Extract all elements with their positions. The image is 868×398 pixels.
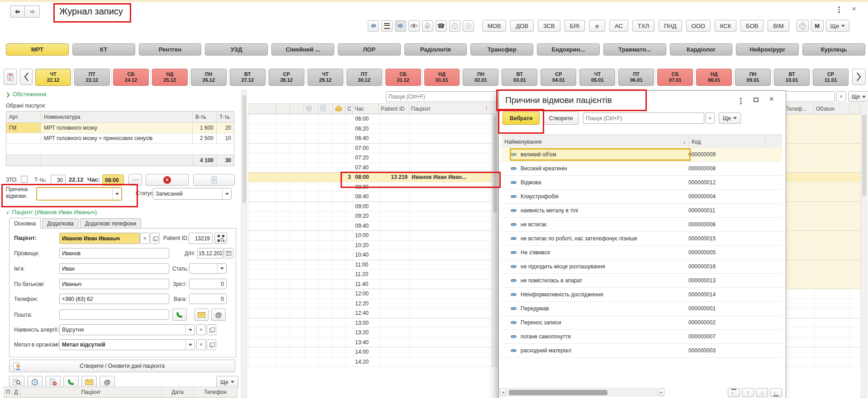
- sms-patient-button[interactable]: [81, 376, 97, 388]
- reason-row[interactable]: великий об'єм000000009: [502, 148, 782, 162]
- refusal-reason-combo[interactable]: [36, 187, 122, 201]
- patient-tab-Додаткові телефони[interactable]: Додаткові телефони: [80, 218, 141, 229]
- reason-row[interactable]: Перенос записи000000002: [502, 316, 782, 330]
- schedule-col-time[interactable]: Час: [353, 104, 379, 114]
- day-22.12[interactable]: ЧТ22.12: [35, 69, 71, 86]
- reason-row[interactable]: погане самопочуття000000007: [502, 330, 782, 344]
- day-30.12[interactable]: ПТ30.12: [346, 69, 382, 86]
- scrollbar-thumb[interactable]: [862, 115, 866, 196]
- document-column-icon[interactable]: [318, 104, 333, 114]
- toolbar-button-ЗСВ[interactable]: ЗСВ: [538, 20, 560, 32]
- reason-row[interactable]: не встигає000000006: [502, 218, 782, 232]
- toolbar-button-е[interactable]: е: [589, 20, 605, 32]
- dialog-hscrollbar[interactable]: [507, 388, 657, 396]
- reason-row[interactable]: наявність металу в тілі000000011: [502, 204, 782, 218]
- reason-row[interactable]: Високий креатинін000000008: [502, 162, 782, 176]
- metal-combo[interactable]: Метал відсутній: [59, 339, 195, 350]
- dialog-hscroll-right-button[interactable]: ▸: [658, 388, 664, 396]
- schedule-inner-scrollbar[interactable]: [492, 114, 498, 367]
- status-combo[interactable]: Записаний: [153, 188, 232, 200]
- toolbar-record-button[interactable]: [463, 20, 474, 32]
- tab-Рентген[interactable]: Рентген: [139, 43, 202, 56]
- refusal-dropdown-button[interactable]: [112, 188, 121, 200]
- metal-clear-button[interactable]: ×: [196, 339, 206, 350]
- toolbar-more-button[interactable]: Ще: [826, 20, 849, 32]
- day-27.12[interactable]: ВТ27.12: [230, 69, 266, 86]
- schedule-sort-icon[interactable]: ↑: [485, 105, 488, 112]
- tab-Ендокрин...[interactable]: Ендокрин...: [537, 43, 600, 56]
- announce-button[interactable]: [128, 174, 142, 186]
- email-input[interactable]: [59, 309, 169, 320]
- dialog-search-input[interactable]: [583, 112, 704, 124]
- tab-Радіологія[interactable]: Радіологія: [404, 43, 467, 56]
- toolbar-list-button[interactable]: [381, 20, 393, 32]
- reason-row[interactable]: Передумав000000001: [502, 302, 782, 316]
- reason-row[interactable]: не підходить місце розташування000000016: [502, 260, 782, 274]
- dialog-maximize-icon[interactable]: [754, 98, 759, 102]
- toolbar-button-БЯІ[interactable]: БЯІ: [564, 20, 585, 32]
- day-06.01[interactable]: ПТ06.01: [618, 69, 654, 86]
- calendar-button[interactable]: [4, 69, 17, 85]
- history-col-Телефон[interactable]: Телефон: [194, 387, 237, 397]
- back-button[interactable]: [10, 5, 25, 18]
- day-24.12[interactable]: СБ24.12: [113, 69, 149, 86]
- toolbar-button-АС[interactable]: АС: [609, 20, 628, 32]
- day-28.12[interactable]: СР28.12: [269, 69, 304, 86]
- services-col-Арт[interactable]: Арт: [6, 112, 41, 122]
- toolbar-phone-button[interactable]: ☎: [436, 20, 447, 32]
- schedule-col-c[interactable]: С: [346, 104, 353, 114]
- toolbar-view-button[interactable]: [408, 20, 420, 32]
- toolbar-tag-button[interactable]: [797, 20, 809, 32]
- scrollbar-thumb[interactable]: [493, 116, 497, 213]
- email-send-button[interactable]: @: [211, 309, 226, 321]
- dialog-col-code[interactable]: Код: [689, 135, 766, 148]
- reason-row[interactable]: Клаустрофобія000000004: [502, 190, 782, 204]
- window-close-icon[interactable]: ×: [852, 5, 856, 14]
- forward-button[interactable]: [25, 5, 40, 18]
- find-patient-button[interactable]: [9, 376, 24, 388]
- dates-next-button[interactable]: [852, 69, 866, 85]
- go-down-button[interactable]: ↓: [756, 388, 768, 397]
- left-panel-scrollbar[interactable]: [241, 90, 247, 398]
- cancel-appointment-button[interactable]: ×: [146, 174, 189, 186]
- services-col-Т-ть[interactable]: Т-ть: [217, 112, 234, 122]
- reason-row[interactable]: Не з'явився000000005: [502, 246, 782, 260]
- reason-row[interactable]: расходний матеріал000000003: [502, 344, 782, 358]
- coins-column-icon[interactable]: [333, 104, 346, 114]
- tab-Сімейний ...[interactable]: Сімейний ...: [271, 43, 334, 56]
- create-update-patient-button[interactable]: Створити / Оновити дані пацієнта: [9, 360, 235, 372]
- status-dropdown-button[interactable]: [222, 188, 231, 199]
- sms-button[interactable]: [194, 309, 209, 321]
- schedule-col-callback[interactable]: Обзвон: [814, 104, 849, 114]
- history-col-Пацієнт[interactable]: Пацієнт: [20, 387, 162, 397]
- reason-row[interactable]: Відмова000000012: [502, 176, 782, 190]
- schedule-more-button[interactable]: Ще: [848, 91, 868, 102]
- barcode-button[interactable]: [214, 233, 227, 244]
- tab-ЛОР[interactable]: ЛОР: [338, 43, 401, 56]
- section-examination[interactable]: ❯Обстеження: [6, 91, 46, 98]
- section-patient[interactable]: ∨Пацієнт (Иванов Иван Иваныч): [6, 209, 97, 215]
- day-09.01[interactable]: ПН09.01: [735, 69, 771, 86]
- sex-dropdown-button[interactable]: [217, 264, 226, 273]
- day-08.01[interactable]: НД08.01: [696, 69, 732, 86]
- allergy-combo[interactable]: Відсутня: [59, 324, 195, 335]
- go-first-button[interactable]: ↑: [728, 388, 740, 397]
- select-button[interactable]: Вибрати: [503, 112, 540, 125]
- history-button[interactable]: [27, 376, 43, 388]
- scrollbar-thumb[interactable]: [242, 95, 246, 203]
- tab-МРТ[interactable]: МРТ: [6, 43, 69, 56]
- dialog-col-name[interactable]: Найменування ↓: [502, 135, 689, 148]
- email-patient-button[interactable]: @: [100, 376, 115, 388]
- patient-id-input[interactable]: [189, 233, 213, 244]
- toolbar-notifications-button[interactable]: [422, 20, 433, 32]
- call-patient-button[interactable]: [63, 376, 79, 388]
- tab-УЗД[interactable]: УЗД: [205, 43, 268, 56]
- allergy-clear-button[interactable]: ×: [196, 324, 206, 335]
- tab-Курілець[interactable]: Курілець: [802, 43, 865, 56]
- toolbar-button-ООО[interactable]: ООО: [686, 20, 711, 32]
- history-col-Д[interactable]: Д: [12, 387, 20, 397]
- dialog-search-clear-button[interactable]: ×: [705, 112, 715, 124]
- allergy-dropdown-button[interactable]: [185, 325, 194, 335]
- history-col-П[interactable]: П: [4, 387, 12, 397]
- window-menu-icon[interactable]: [838, 5, 840, 14]
